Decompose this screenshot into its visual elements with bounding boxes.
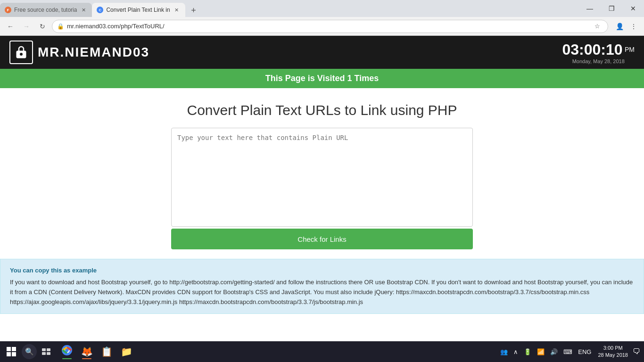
logo-icon bbox=[9, 41, 33, 64]
chrome-icon bbox=[62, 345, 72, 358]
url-actions: ☆ bbox=[592, 21, 603, 32]
back-button[interactable]: ← bbox=[4, 20, 17, 33]
forward-button[interactable]: → bbox=[20, 20, 33, 33]
task-view-button[interactable] bbox=[38, 343, 55, 360]
clock-time: 3:00 PM bbox=[598, 345, 628, 352]
extensions-button[interactable]: ⋮ bbox=[627, 20, 640, 33]
svg-rect-9 bbox=[47, 352, 50, 355]
maximize-button[interactable]: ❐ bbox=[601, 0, 622, 17]
new-tab-button[interactable]: + bbox=[187, 4, 200, 17]
main-content: Convert Plain Text URLs to Link using PH… bbox=[0, 88, 644, 341]
window-controls: — ❐ ✕ bbox=[579, 0, 644, 17]
address-bar: ← → ↻ 🔒 mr.niemand03.com/php/TextToURL/ … bbox=[0, 17, 644, 36]
url-text-input[interactable] bbox=[171, 128, 473, 227]
taskbar-chrome-app[interactable] bbox=[58, 343, 76, 360]
tab-1-title: Free source code, tutoria bbox=[14, 7, 77, 13]
taskbar-system-tray: 👥 ∧ 🔋 📶 🔊 ⌨ ENG 3:00 PM 28 May 2018 🗨 bbox=[495, 341, 644, 362]
volume-icon[interactable]: 🔊 bbox=[548, 347, 560, 356]
notification-button[interactable]: 🗨 bbox=[633, 347, 640, 356]
lang-label[interactable]: ENG bbox=[576, 347, 593, 356]
minimize-button[interactable]: — bbox=[579, 0, 601, 17]
profile-button[interactable]: 👤 bbox=[613, 20, 626, 33]
svg-rect-7 bbox=[47, 348, 50, 351]
wifi-icon[interactable]: 📶 bbox=[535, 347, 546, 356]
files-icon: 📁 bbox=[121, 346, 132, 357]
time-ampm: PM bbox=[625, 45, 635, 53]
firefox-icon: 🦊 bbox=[81, 346, 93, 357]
svg-rect-8 bbox=[42, 352, 46, 355]
time-date: Monday, May 28, 2018 bbox=[562, 58, 635, 64]
visit-banner: This Page is Visited 1 Times bbox=[0, 69, 644, 88]
taskbar-notes-app[interactable]: 📋 bbox=[97, 343, 116, 360]
svg-rect-4 bbox=[7, 352, 11, 356]
secure-icon: 🔒 bbox=[57, 23, 64, 30]
url-bar[interactable]: 🔒 mr.niemand03.com/php/TextToURL/ ☆ bbox=[52, 20, 608, 33]
tab-1[interactable]: F Free source code, tutoria ✕ bbox=[0, 3, 92, 17]
svg-point-13 bbox=[66, 349, 69, 352]
start-button[interactable] bbox=[3, 343, 20, 360]
clock-date: 28 May 2018 bbox=[598, 352, 628, 359]
taskbar-files-app[interactable]: 📁 bbox=[117, 343, 136, 360]
battery-icon[interactable]: 🔋 bbox=[522, 347, 533, 356]
taskbar-clock[interactable]: 3:00 PM 28 May 2018 bbox=[595, 345, 631, 359]
taskbar-apps: 🦊 📋 📁 bbox=[58, 343, 136, 360]
time-value: 03:00:10 PM bbox=[562, 41, 635, 58]
chrome-indicator bbox=[62, 358, 72, 359]
tab-bar: F Free source code, tutoria ✕ C Convert … bbox=[0, 0, 644, 17]
site-header: MR.NIEMAND03 03:00:10 PM Monday, May 28,… bbox=[0, 36, 644, 69]
tab-2-favicon: C bbox=[97, 7, 103, 13]
people-icon[interactable]: 👥 bbox=[498, 347, 510, 356]
refresh-button[interactable]: ↻ bbox=[36, 20, 49, 33]
url-text: mr.niemand03.com/php/TextToURL/ bbox=[67, 23, 589, 30]
notes-icon: 📋 bbox=[101, 346, 113, 357]
logo-text: MR.NIEMAND03 bbox=[38, 45, 149, 60]
time-display: 03:00:10 bbox=[562, 41, 622, 58]
keyboard-icon[interactable]: ⌨ bbox=[561, 347, 574, 356]
chrome-actions: 👤 ⋮ bbox=[613, 20, 640, 33]
tab-2-title: Convert Plain Text Link in bbox=[106, 7, 170, 13]
site-time: 03:00:10 PM Monday, May 28, 2018 bbox=[562, 41, 635, 64]
taskbar-firefox-app[interactable]: 🦊 bbox=[77, 343, 96, 360]
tab-1-close[interactable]: ✕ bbox=[80, 6, 87, 14]
svg-rect-5 bbox=[12, 352, 16, 356]
svg-rect-2 bbox=[7, 347, 11, 351]
tab-2[interactable]: C Convert Plain Text Link in ✕ bbox=[92, 3, 185, 17]
svg-rect-6 bbox=[42, 348, 46, 351]
site-logo: MR.NIEMAND03 bbox=[9, 41, 149, 64]
svg-rect-3 bbox=[12, 347, 16, 351]
bookmark-icon[interactable]: ☆ bbox=[592, 21, 603, 32]
svg-point-1 bbox=[20, 53, 23, 56]
tab-1-favicon: F bbox=[5, 7, 11, 13]
check-links-button[interactable]: Check for Links bbox=[171, 229, 473, 249]
firefox-indicator bbox=[82, 358, 91, 359]
example-box: You can copy this as example If you want… bbox=[0, 259, 644, 314]
tab-2-close[interactable]: ✕ bbox=[173, 6, 181, 14]
page-title: Convert Plain Text URLs to Link using PH… bbox=[187, 102, 457, 118]
taskbar-search-button[interactable]: 🔍 bbox=[22, 344, 37, 359]
example-text: If you want to download and host Bootstr… bbox=[10, 278, 634, 307]
example-title: You can copy this as example bbox=[10, 266, 634, 276]
chevron-up-icon[interactable]: ∧ bbox=[512, 347, 520, 356]
taskbar: 🔍 bbox=[0, 341, 644, 362]
page-content: MR.NIEMAND03 03:00:10 PM Monday, May 28,… bbox=[0, 36, 644, 341]
close-button[interactable]: ✕ bbox=[622, 0, 644, 17]
browser-frame: F Free source code, tutoria ✕ C Convert … bbox=[0, 0, 644, 362]
